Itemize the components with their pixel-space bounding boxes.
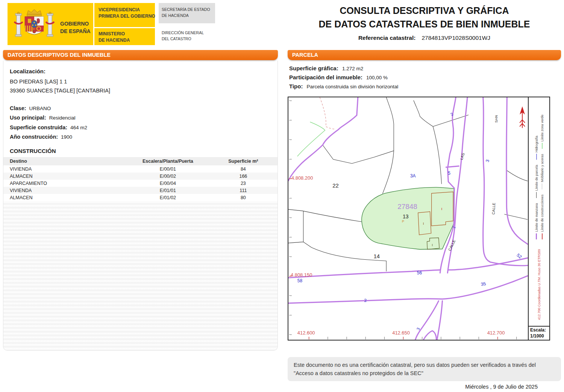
legend-item: Límite de parcela bbox=[534, 165, 538, 198]
north-arrow-icon bbox=[520, 106, 525, 128]
field-row: Clase:URBANO bbox=[10, 104, 271, 113]
page-title: CONSULTA DESCRIPTIVA Y GRÁFICA DE DATOS … bbox=[288, 4, 561, 31]
map-label: I bbox=[441, 207, 442, 211]
legend-label: Límite de manzana bbox=[534, 203, 538, 232]
map-label: 14 bbox=[374, 253, 380, 259]
logo-divider-horizontal bbox=[94, 27, 155, 28]
empty-rows-stripes bbox=[3, 201, 277, 350]
cadastral-map: 4.808.200223A52SANLAS32784813PIII1CALLEC… bbox=[288, 97, 529, 341]
table-row: VIVIENDAE/00/0184 bbox=[3, 165, 277, 173]
field-value: URBANO bbox=[29, 106, 51, 111]
legend-item: Límite zona verde bbox=[540, 115, 544, 149]
referencia-value: 2784813VP1028S0001WJ bbox=[421, 35, 490, 41]
map-label: 3 bbox=[485, 159, 490, 163]
coordinates-note: 412.700 Coordenadas U.TM. Huso 30 ETRS89 bbox=[537, 245, 541, 324]
map-label: 4.808.150 bbox=[291, 272, 312, 278]
gobierno-espana-label: GOBIERNO DE ESPAÑA bbox=[60, 20, 91, 35]
map-label: 58 bbox=[297, 278, 303, 283]
map-label: 35 bbox=[481, 281, 487, 287]
table-header-cell: Escalera/Planta/Puerta bbox=[127, 157, 209, 165]
table-header-cell: Destino bbox=[3, 157, 127, 165]
logo-divider-vertical bbox=[93, 3, 94, 45]
map-label: LAS bbox=[459, 152, 465, 160]
ministerio-label: MINISTERIO DE HACIENDA bbox=[99, 31, 130, 44]
field-value: 1.272 m2 bbox=[342, 66, 363, 71]
legend-swatch bbox=[541, 143, 542, 149]
localizacion-label: Localización: bbox=[10, 68, 271, 74]
table-row: ALMACENE/01/0280 bbox=[3, 194, 277, 201]
scale-box: Escala: 1/1000 bbox=[529, 327, 550, 341]
map-label: 56 bbox=[417, 270, 422, 275]
table-cell: E/01/02 bbox=[127, 194, 209, 201]
field-label: Superficie construida: bbox=[10, 124, 67, 130]
map-label: 22 bbox=[332, 183, 339, 189]
map-label: SAN bbox=[494, 115, 499, 123]
secretaria-estado-box: SECRETARÍA DE ESTADO DE HACIENDA bbox=[159, 3, 215, 23]
vicepresidencia-label: VICEPRESIDENCIA PRIMERA DEL GOBIERNO bbox=[99, 7, 155, 20]
field-label: Año construcción: bbox=[10, 134, 58, 140]
field-value: Residencial bbox=[49, 115, 76, 121]
field-row: Tipo:Parcela construida sin división hor… bbox=[289, 82, 560, 91]
disclaimer-note: Este documento no es una certificación c… bbox=[288, 357, 561, 381]
map-label: 2 bbox=[364, 298, 367, 303]
property-fields: Clase:URBANOUso principal:ResidencialSup… bbox=[10, 104, 271, 142]
map-label: 27848 bbox=[397, 203, 417, 210]
table-cell: ALMACEN bbox=[3, 173, 127, 180]
field-value: 464 m2 bbox=[70, 125, 87, 130]
section-header-parcela: PARCELA bbox=[288, 50, 561, 60]
table-cell: 80 bbox=[209, 194, 277, 201]
hydrography-line bbox=[320, 97, 335, 129]
field-value: 1900 bbox=[61, 134, 72, 140]
table-cell: APARCAMIENTO bbox=[3, 180, 127, 187]
direccion-general-catastro-label: DIRECCIÓN GENERAL DEL CATASTRO bbox=[162, 30, 204, 42]
map-label: 4.808.200 bbox=[291, 175, 313, 181]
map-label: 3A bbox=[410, 173, 416, 179]
map-label: I bbox=[432, 243, 433, 247]
legend-label: Mobiliario y aceras bbox=[540, 154, 544, 182]
field-value: 100,00 % bbox=[366, 75, 388, 80]
legend-item: Límite de manzana bbox=[534, 203, 538, 239]
table-cell: VIVIENDA bbox=[3, 187, 127, 194]
legend-item: Hidrografía bbox=[534, 136, 538, 160]
legend-swatch bbox=[536, 154, 537, 160]
field-row: Uso principal:Residencial bbox=[10, 113, 271, 123]
map-legend-strip: 412.700 Coordenadas U.TM. Huso 30 ETRS89… bbox=[529, 97, 550, 327]
field-label: Superficie gráfica: bbox=[289, 65, 338, 71]
legend-swatch bbox=[541, 233, 542, 239]
field-row: Participación del inmueble:100,00 % bbox=[289, 73, 560, 82]
map-label: 412.650 bbox=[392, 330, 410, 336]
parcela-fields: Superficie gráfica:1.272 m2Participación… bbox=[289, 64, 560, 91]
legend-row-2: Límite de construccionesMobiliario y ace… bbox=[540, 115, 544, 239]
table-cell: VIVIENDA bbox=[3, 165, 127, 173]
legend-swatch bbox=[542, 183, 542, 189]
field-label: Tipo: bbox=[289, 83, 303, 89]
construccion-table: DestinoEscalera/Planta/PuertaSuperficie … bbox=[3, 157, 277, 201]
legend-label: Límite zona verde bbox=[540, 115, 544, 142]
map-label: 5 bbox=[448, 171, 450, 176]
table-header-row: DestinoEscalera/Planta/PuertaSuperficie … bbox=[3, 157, 277, 165]
table-cell: 84 bbox=[209, 165, 277, 173]
document-date: Miércoles , 9 de Julio de 2025 bbox=[288, 384, 538, 390]
table-row: VIVIENDAE/01/01111 bbox=[3, 187, 277, 194]
legend-row-1: Límite de manzanaLímite de parcelaHidrog… bbox=[534, 115, 538, 239]
section-header-datos-descriptivos: DATOS DESCRIPTIVOS DEL INMUEBLE bbox=[3, 50, 278, 60]
field-row: Superficie gráfica:1.272 m2 bbox=[289, 64, 560, 73]
map-label: CALLE bbox=[491, 203, 496, 215]
table-row: ALMACENE/00/02166 bbox=[3, 173, 277, 180]
field-value: Parcela construida sin división horizont… bbox=[306, 84, 398, 89]
field-row: Superficie construida:464 m2 bbox=[10, 123, 271, 132]
address-line-2: 39360 SUANCES [TAGLE] [CANTABRIA] bbox=[10, 86, 271, 95]
field-label: Clase: bbox=[10, 105, 26, 111]
green-zone-line bbox=[297, 122, 325, 156]
legend-label: Límite de parcela bbox=[534, 165, 538, 191]
table-cell: 111 bbox=[209, 187, 277, 194]
table-cell: E/00/04 bbox=[127, 180, 209, 187]
field-label: Participación del inmueble: bbox=[289, 74, 362, 80]
table-cell: E/00/02 bbox=[127, 173, 209, 180]
table-cell: 166 bbox=[209, 173, 277, 180]
map-label: 13 bbox=[403, 213, 409, 219]
map-label: 412.700 bbox=[487, 330, 505, 336]
table-cell: ALMACEN bbox=[3, 194, 127, 201]
referencia-label: Referencia catastral: bbox=[358, 35, 416, 41]
map-label: P bbox=[402, 219, 404, 223]
